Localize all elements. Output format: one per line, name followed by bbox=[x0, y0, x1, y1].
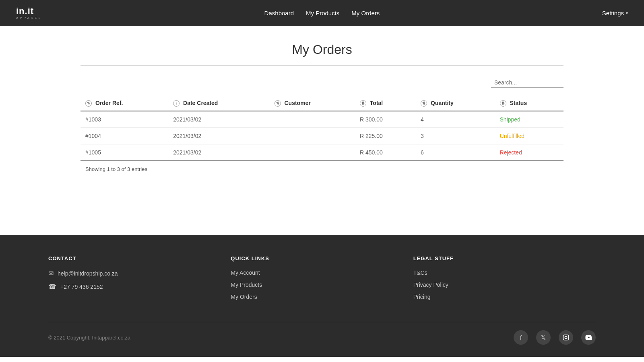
col-customer[interactable]: ⇅ Customer bbox=[270, 96, 355, 111]
entries-info: Showing 1 to 3 of 3 entries bbox=[80, 161, 564, 177]
chevron-down-icon: ▾ bbox=[626, 11, 628, 15]
cell-date-0: 2021/03/02 bbox=[168, 111, 269, 128]
logo-main: in.it bbox=[16, 7, 42, 16]
footer-email-item: ✉ help@initdropship.co.za bbox=[48, 269, 231, 277]
footer-legal-title: LEGAL STUFF bbox=[413, 255, 596, 261]
table-row: #1005 2021/03/02 R 450.00 6 Rejected bbox=[80, 144, 564, 161]
logo[interactable]: in.it APPAREL bbox=[16, 7, 42, 20]
nav-my-products[interactable]: My Products bbox=[306, 10, 339, 16]
sort-icon-status: ⇅ bbox=[500, 100, 506, 107]
footer-contact-title: CONTACT bbox=[48, 255, 231, 261]
svg-point-1 bbox=[565, 336, 567, 338]
cell-status-1: Unfulfilled bbox=[495, 128, 564, 144]
sort-icon-customer: ⇅ bbox=[275, 100, 281, 107]
cell-ref-0: #1003 bbox=[80, 111, 168, 128]
cell-quantity-0: 4 bbox=[416, 111, 495, 128]
cell-ref-2: #1005 bbox=[80, 144, 168, 161]
col-total[interactable]: ⇅ Total bbox=[355, 96, 416, 111]
cell-status-0: Shipped bbox=[495, 111, 564, 128]
cell-ref-1: #1004 bbox=[80, 128, 168, 144]
footer-quick-links-title: QUICK LINKS bbox=[231, 255, 413, 261]
footer-contact: CONTACT ✉ help@initdropship.co.za ☎ +27 … bbox=[48, 255, 231, 306]
table-row: #1004 2021/03/02 R 225.00 3 Unfulfilled bbox=[80, 128, 564, 144]
facebook-icon[interactable]: f bbox=[514, 330, 528, 345]
search-input[interactable] bbox=[491, 78, 564, 88]
nav-links: Dashboard My Products My Orders bbox=[264, 10, 380, 16]
settings-dropdown[interactable]: Settings ▾ bbox=[602, 10, 628, 16]
sort-icon-quantity: ⇅ bbox=[421, 100, 427, 107]
navbar: in.it APPAREL Dashboard My Products My O… bbox=[0, 0, 644, 26]
svg-rect-0 bbox=[563, 335, 568, 340]
table-row: #1003 2021/03/02 R 300.00 4 Shipped bbox=[80, 111, 564, 128]
col-date-created[interactable]: ↑ Date Created bbox=[168, 96, 269, 111]
cell-status-2: Rejected bbox=[495, 144, 564, 161]
sort-icon-total: ⇅ bbox=[360, 100, 366, 107]
cell-customer-2 bbox=[270, 144, 355, 161]
twitter-icon[interactable]: 𝕏 bbox=[536, 330, 551, 345]
footer-bottom: © 2021 Copyright: Initapparel.co.za f 𝕏 bbox=[48, 322, 596, 345]
orders-table: ⇅ Order Ref. ↑ Date Created ⇅ Customer ⇅… bbox=[80, 96, 564, 161]
cell-customer-1 bbox=[270, 128, 355, 144]
nav-dashboard[interactable]: Dashboard bbox=[264, 10, 294, 16]
footer-top: CONTACT ✉ help@initdropship.co.za ☎ +27 … bbox=[48, 255, 596, 306]
footer-legal: LEGAL STUFF T&Cs Privacy Policy Pricing bbox=[413, 255, 596, 306]
footer-email: help@initdropship.co.za bbox=[58, 270, 118, 277]
cell-total-2: R 450.00 bbox=[355, 144, 416, 161]
footer-privacy[interactable]: Privacy Policy bbox=[413, 282, 596, 288]
footer-my-products[interactable]: My Products bbox=[231, 282, 413, 288]
orders-table-container: ⇅ Order Ref. ↑ Date Created ⇅ Customer ⇅… bbox=[0, 96, 644, 177]
cell-customer-0 bbox=[270, 111, 355, 128]
cell-quantity-2: 6 bbox=[416, 144, 495, 161]
cell-date-2: 2021/03/02 bbox=[168, 144, 269, 161]
col-order-ref[interactable]: ⇅ Order Ref. bbox=[80, 96, 168, 111]
footer-quick-links: QUICK LINKS My Account My Products My Or… bbox=[231, 255, 413, 306]
footer-phone-item: ☎ +27 79 436 2152 bbox=[48, 283, 231, 290]
table-header-row: ⇅ Order Ref. ↑ Date Created ⇅ Customer ⇅… bbox=[80, 96, 564, 111]
page-title: My Orders bbox=[0, 42, 644, 57]
social-links: f 𝕏 bbox=[514, 330, 596, 345]
search-row bbox=[0, 78, 644, 88]
settings-label: Settings bbox=[602, 10, 624, 16]
footer-my-account[interactable]: My Account bbox=[231, 269, 413, 276]
footer-pricing[interactable]: Pricing bbox=[413, 294, 596, 300]
instagram-icon[interactable] bbox=[559, 330, 573, 345]
footer: CONTACT ✉ help@initdropship.co.za ☎ +27 … bbox=[0, 235, 644, 357]
cell-quantity-1: 3 bbox=[416, 128, 495, 144]
sort-icon-date: ↑ bbox=[173, 100, 180, 107]
col-quantity[interactable]: ⇅ Quantity bbox=[416, 96, 495, 111]
svg-point-2 bbox=[567, 336, 568, 336]
main-content: My Orders ⇅ Order Ref. ↑ Date Created ⇅ bbox=[0, 26, 644, 235]
cell-total-0: R 300.00 bbox=[355, 111, 416, 128]
footer-phone: +27 79 436 2152 bbox=[60, 284, 103, 290]
youtube-icon[interactable] bbox=[581, 330, 596, 345]
nav-my-orders[interactable]: My Orders bbox=[351, 10, 380, 16]
sort-icon-order-ref: ⇅ bbox=[85, 100, 92, 107]
footer-tcs[interactable]: T&Cs bbox=[413, 269, 596, 276]
cell-date-1: 2021/03/02 bbox=[168, 128, 269, 144]
footer-copyright: © 2021 Copyright: Initapparel.co.za bbox=[48, 335, 130, 341]
email-icon: ✉ bbox=[48, 269, 54, 277]
cell-total-1: R 225.00 bbox=[355, 128, 416, 144]
col-status[interactable]: ⇅ Status bbox=[495, 96, 564, 111]
phone-icon: ☎ bbox=[48, 283, 56, 290]
title-divider bbox=[80, 65, 564, 66]
logo-sub: APPAREL bbox=[16, 16, 42, 20]
footer-my-orders[interactable]: My Orders bbox=[231, 294, 413, 300]
